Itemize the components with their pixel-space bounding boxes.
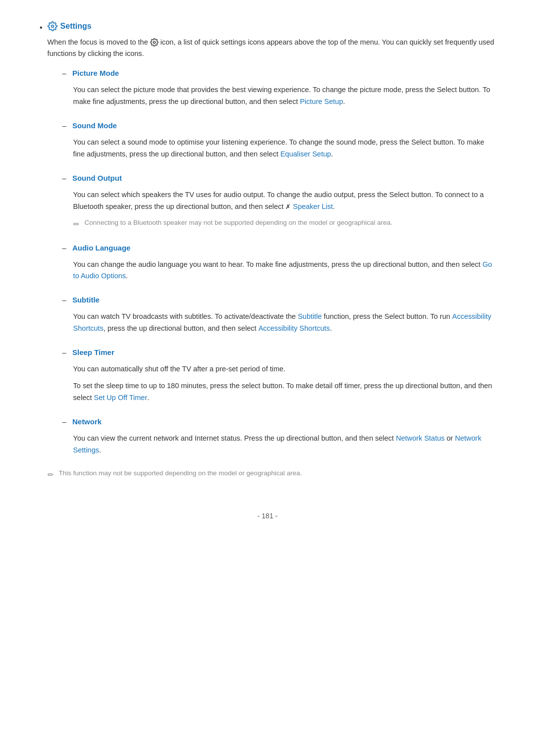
bottom-note: ✏ This function may not be supported dep… — [48, 468, 495, 481]
bullet-dot: • — [40, 21, 43, 34]
subtitle-section: – Subtitle You can watch TV broadcasts w… — [62, 294, 495, 335]
sound-mode-title: Sound Mode — [72, 120, 117, 132]
page: • Settings When the focus is moved to th… — [0, 0, 535, 756]
speaker-list-link[interactable]: Speaker List — [293, 202, 333, 210]
picture-mode-title: Picture Mode — [72, 67, 119, 79]
svg-point-0 — [51, 25, 54, 27]
sound-output-header: – Sound Output — [62, 172, 495, 184]
dash-sound-mode: – — [62, 120, 66, 132]
audio-language-section: – Audio Language You can change the audi… — [62, 242, 495, 283]
dash-picture-mode: – — [62, 67, 66, 79]
dash-audio-language: – — [62, 242, 66, 254]
sleep-timer-section: – Sleep Timer You can automatically shut… — [62, 347, 495, 404]
network-title: Network — [72, 416, 102, 428]
dash-network: – — [62, 416, 66, 428]
sleep-timer-para2: To set the sleep time to up to 180 minut… — [73, 380, 495, 404]
network-body: You can view the current network and Int… — [73, 433, 495, 456]
subtitle-link[interactable]: Subtitle — [298, 312, 321, 320]
sound-mode-header: – Sound Mode — [62, 120, 495, 132]
subtitle-title: Subtitle — [72, 294, 100, 306]
audio-language-title: Audio Language — [72, 242, 131, 254]
picture-mode-header: – Picture Mode — [62, 67, 495, 79]
page-footer: - 181 - — [40, 501, 495, 521]
accessibility-shortcuts-link-2[interactable]: Accessibility Shortcuts — [259, 324, 330, 332]
sound-output-note: ✏ Connecting to a Bluetooth speaker may … — [73, 218, 495, 230]
subtitle-body: You can watch TV broadcasts with subtitl… — [73, 311, 495, 335]
sound-output-body: You can select which speakers the TV use… — [73, 189, 495, 213]
settings-title: Settings — [48, 20, 495, 33]
audio-language-header: – Audio Language — [62, 242, 495, 254]
picture-setup-link[interactable]: Picture Setup — [300, 98, 343, 105]
audio-language-body: You can change the audio language you wa… — [73, 259, 495, 283]
bottom-note-pencil-icon: ✏ — [48, 469, 54, 481]
sound-output-note-text: Connecting to a Bluetooth speaker may no… — [85, 218, 392, 228]
settings-section: • Settings When the focus is moved to th… — [40, 20, 495, 481]
note-pencil-icon: ✏ — [73, 218, 80, 230]
subtitle-header: – Subtitle — [62, 294, 495, 306]
sub-sections: – Picture Mode You can select the pictur… — [62, 67, 495, 456]
go-to-audio-options-link[interactable]: Go to Audio Options — [73, 260, 492, 280]
sleep-timer-header: – Sleep Timer — [62, 347, 495, 358]
bottom-note-text: This function may not be supported depen… — [59, 468, 302, 478]
picture-mode-section: – Picture Mode You can select the pictur… — [62, 67, 495, 108]
settings-intro: When the focus is moved to the icon, a l… — [48, 37, 495, 59]
dash-sound-output: – — [62, 172, 66, 184]
sound-output-title: Sound Output — [72, 172, 122, 184]
settings-label: Settings — [60, 20, 92, 33]
page-number: - 181 - — [258, 512, 277, 520]
sleep-timer-body: You can automatically shut off the TV af… — [73, 363, 495, 404]
sleep-timer-title: Sleep Timer — [72, 347, 114, 358]
sound-output-section: – Sound Output You can select which spea… — [62, 172, 495, 230]
dash-sleep-timer: – — [62, 347, 66, 358]
network-status-link[interactable]: Network Status — [396, 434, 444, 442]
svg-point-1 — [153, 42, 155, 44]
bluetooth-icon: ✗ — [285, 203, 291, 210]
picture-mode-body: You can select the picture mode that pro… — [73, 84, 495, 108]
inline-gear-icon — [150, 38, 159, 47]
dash-subtitle: – — [62, 294, 66, 306]
equaliser-setup-link[interactable]: Equaliser Setup — [280, 150, 331, 158]
network-section: – Network You can view the current netwo… — [62, 416, 495, 456]
gear-icon — [48, 21, 57, 31]
network-header: – Network — [62, 416, 495, 428]
set-up-off-timer-link[interactable]: Set Up Off Timer — [94, 394, 148, 402]
sleep-timer-para1: You can automatically shut off the TV af… — [73, 363, 495, 375]
sound-mode-body: You can select a sound mode to optimise … — [73, 137, 495, 160]
sound-mode-section: – Sound Mode You can select a sound mode… — [62, 120, 495, 160]
